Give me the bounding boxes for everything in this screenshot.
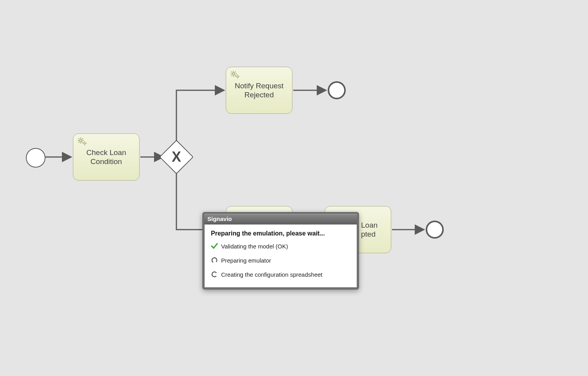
svg-point-29	[211, 271, 218, 277]
start-event[interactable]	[26, 148, 45, 168]
service-task-icon	[230, 70, 241, 80]
svg-line-19	[231, 71, 232, 72]
progress-step-validate: Validating the model (OK)	[211, 243, 350, 250]
bpmn-canvas[interactable]: Check Loan Condition X	[0, 0, 588, 376]
progress-step-label: Creating the configuration spreadsheet	[221, 271, 323, 278]
checkmark-icon	[211, 243, 218, 250]
task-label: Check Loan Condition	[86, 148, 126, 166]
spinner-icon	[211, 271, 218, 278]
svg-line-6	[82, 142, 83, 143]
connectors-layer	[0, 0, 588, 376]
svg-line-21	[235, 71, 236, 72]
end-event-top[interactable]	[328, 81, 346, 99]
svg-point-9	[84, 142, 85, 144]
task-notify-request-rejected[interactable]: Notify Request Rejected	[226, 67, 292, 114]
svg-line-22	[231, 75, 232, 76]
spinner-icon	[211, 257, 218, 264]
progress-step-config: Creating the configuration spreadsheet	[211, 271, 350, 278]
dialog-titlebar[interactable]: Signavio	[204, 214, 357, 225]
exclusive-gateway[interactable]: X	[164, 145, 189, 169]
svg-line-7	[82, 138, 83, 139]
signavio-progress-dialog: Signavio Preparing the emulation, please…	[202, 212, 359, 290]
gateway-x-label: X	[164, 145, 189, 169]
svg-point-23	[237, 76, 238, 77]
svg-point-0	[80, 139, 82, 142]
dialog-heading: Preparing the emulation, please wait...	[211, 230, 350, 237]
progress-step-label: Preparing emulator	[221, 257, 271, 264]
end-event-bottom[interactable]	[426, 221, 444, 239]
dialog-title: Signavio	[207, 215, 232, 222]
progress-step-prepare: Preparing emulator	[211, 257, 350, 264]
svg-point-28	[211, 257, 218, 263]
task-label-partial: Loan pted	[361, 221, 386, 239]
dialog-body: Preparing the emulation, please wait... …	[205, 225, 357, 287]
progress-step-label: Validating the model (OK)	[221, 243, 288, 250]
svg-point-14	[232, 73, 235, 75]
svg-line-8	[78, 142, 79, 143]
svg-line-20	[235, 75, 236, 76]
svg-line-5	[78, 138, 79, 139]
task-label: Notify Request Rejected	[235, 82, 284, 100]
service-task-icon	[77, 137, 88, 146]
task-check-loan-condition[interactable]: Check Loan Condition	[73, 133, 140, 181]
